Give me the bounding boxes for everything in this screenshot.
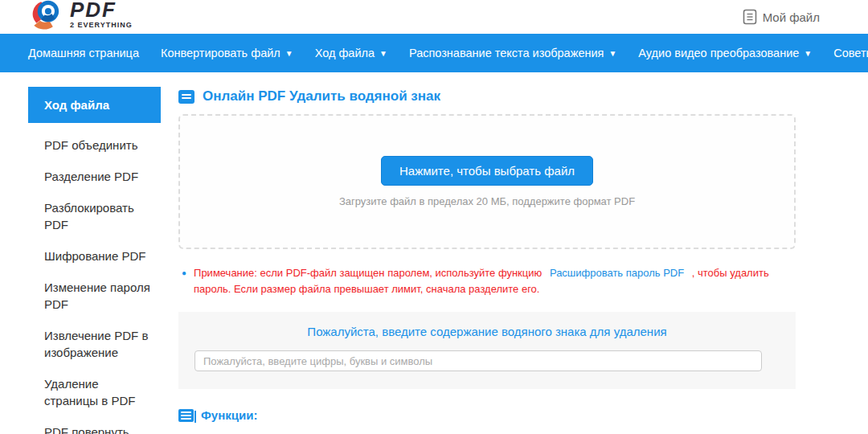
nav-item-label: Домашняя страница: [28, 47, 139, 59]
sidebar: Ход файла PDF объединить Разделение PDF …: [28, 87, 161, 434]
features-heading-row: Функции:: [178, 408, 796, 422]
my-file-button[interactable]: Мой файл: [743, 9, 820, 25]
upload-dropzone[interactable]: Нажмите, чтобы выбрать файл Загрузите фа…: [178, 114, 796, 249]
sidebar-item[interactable]: PDF объединить: [28, 129, 161, 161]
nav-item-label: Распознавание текста изображения: [409, 47, 604, 59]
choose-file-button[interactable]: Нажмите, чтобы выбрать файл: [381, 156, 593, 186]
watermark-panel: Пожалуйста, введите содержание водяного …: [178, 312, 796, 389]
watermark-input[interactable]: [194, 350, 762, 371]
sidebar-item[interactable]: Удаление страницы в PDF: [28, 368, 161, 416]
document-icon: [178, 90, 194, 104]
logo-subtext: 2 EVERYTHING: [70, 22, 133, 29]
chevron-down-icon: ▼: [379, 50, 387, 58]
top-header: PDF 2 EVERYTHING Мой файл: [0, 0, 868, 34]
decrypt-password-link[interactable]: Расшифровать пароль PDF: [545, 267, 689, 279]
nav-item[interactable]: Домашняя страница: [28, 47, 139, 59]
nav-item-label: Советы по конвертеру PDF: [833, 47, 868, 59]
page-title-row: Онлайн PDF Удалить водяной знак: [178, 88, 796, 104]
chevron-down-icon: ▼: [285, 50, 293, 58]
bullet-icon: ●: [182, 265, 186, 297]
note: ● Примечание: если PDF-файл защищен паро…: [182, 265, 796, 297]
newspaper-icon: [178, 409, 194, 422]
sidebar-item[interactable]: Шифрование PDF: [28, 240, 161, 272]
sidebar-item[interactable]: Изменение пароля PDF: [28, 272, 161, 320]
chevron-down-icon: ▼: [608, 50, 616, 58]
note-prefix: Примечание: если PDF-файл защищен пароле…: [194, 267, 542, 279]
logo-swirl-icon: [28, 0, 63, 31]
main-nav: Домашняя страница Конвертировать файл ▼ …: [0, 34, 868, 72]
sidebar-item[interactable]: Разблокировать PDF: [28, 192, 161, 240]
nav-item-label: Конвертировать файл: [161, 47, 280, 59]
logo-text: PDF: [70, 0, 133, 20]
features-title: Функции:: [201, 408, 257, 422]
chevron-down-icon: ▼: [804, 50, 812, 58]
nav-item[interactable]: Конвертировать файл ▼: [161, 47, 293, 59]
nav-item-label: Ход файла: [315, 47, 375, 59]
sidebar-item[interactable]: Извлечение PDF в изображение: [28, 320, 161, 368]
page-title: Онлайн PDF Удалить водяной знак: [203, 88, 440, 104]
nav-item[interactable]: Аудио видео преобразование ▼: [638, 47, 812, 59]
note-text: Примечание: если PDF-файл защищен пароле…: [194, 265, 796, 297]
nav-item[interactable]: Советы по конвертеру PDF: [833, 47, 868, 59]
upload-hint: Загрузите файл в пределах 20 МБ, поддерж…: [339, 195, 635, 207]
logo[interactable]: PDF 2 EVERYTHING: [28, 0, 133, 31]
watermark-title: Пожалуйста, введите содержание водяного …: [194, 325, 780, 338]
my-file-label: Мой файл: [763, 10, 820, 24]
nav-item-label: Аудио видео преобразование: [638, 47, 799, 59]
main-content: Онлайн PDF Удалить водяной знак Нажмите,…: [161, 87, 832, 434]
sidebar-item[interactable]: Разделение PDF: [28, 161, 161, 192]
nav-item[interactable]: Распознавание текста изображения ▼: [409, 47, 616, 59]
nav-item[interactable]: Ход файла ▼: [315, 47, 387, 59]
file-list-icon: [743, 9, 757, 25]
sidebar-item[interactable]: PDF повернуть: [28, 416, 161, 434]
sidebar-item[interactable]: Ход файла: [28, 87, 161, 123]
page-body: Ход файла PDF объединить Разделение PDF …: [0, 72, 868, 434]
